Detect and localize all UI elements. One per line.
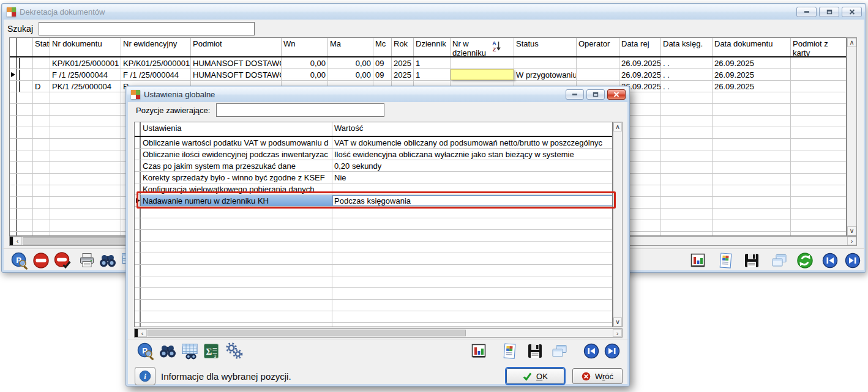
column-header-13[interactable]: Data rej xyxy=(619,38,661,56)
block-icon[interactable] xyxy=(32,251,50,270)
column-header-11[interactable]: Status xyxy=(514,38,577,56)
zoom-p-icon[interactable]: P xyxy=(10,251,29,270)
cell-podmiot-z-karty[interactable] xyxy=(791,81,847,92)
cell-nr-ewidencyjny[interactable]: KP/K01/25/000001 xyxy=(121,57,191,68)
table-row[interactable]: KP/K01/25/000001KP/K01/25/000001HUMANSOF… xyxy=(10,57,846,69)
cell-nr-ewidencyjny[interactable]: F /1 /25/000044 xyxy=(121,69,191,80)
setting-value-cell[interactable]: Podczas księgowania xyxy=(332,195,613,206)
column-header-wartosc[interactable]: Wartość xyxy=(332,122,613,136)
table-row[interactable]: F /1 /25/000044F /1 /25/000044HUMANSOFT … xyxy=(10,69,846,81)
windows-icon[interactable] xyxy=(550,342,569,360)
cell-rok[interactable]: 2025 xyxy=(392,69,414,80)
report-icon[interactable] xyxy=(716,251,735,270)
windows-icon[interactable] xyxy=(770,251,788,270)
column-header-15[interactable]: Data dokumentu xyxy=(713,38,791,56)
cell-podmiot-z-karty[interactable] xyxy=(791,69,847,80)
refresh-icon[interactable] xyxy=(796,251,814,270)
print-icon[interactable] xyxy=(78,251,96,270)
dialog-titlebar[interactable]: Ustawienia globalne xyxy=(127,87,629,102)
record-selector[interactable] xyxy=(135,137,141,148)
record-selector[interactable] xyxy=(135,149,141,160)
column-header-5[interactable]: Wn xyxy=(282,38,328,56)
setting-value-cell[interactable] xyxy=(332,183,613,194)
cell-status[interactable] xyxy=(514,57,577,68)
cell-ma[interactable]: 0,00 xyxy=(328,57,373,68)
back-button[interactable]: Wróć xyxy=(572,368,623,384)
settings-row[interactable]: Czas po jakim system ma przeszukać dane0… xyxy=(135,160,612,172)
record-selector[interactable] xyxy=(10,81,17,92)
column-header-ustawienia[interactable]: Ustawienia xyxy=(141,122,332,136)
scroll-right-button[interactable]: › xyxy=(847,237,856,245)
minimize-button[interactable] xyxy=(796,7,817,17)
settings-row[interactable]: Konfiguracja wielowątkowego pobierania d… xyxy=(135,183,612,195)
setting-name-cell[interactable]: Konfiguracja wielowątkowego pobierania d… xyxy=(141,183,332,194)
row-checkbox[interactable] xyxy=(19,70,20,80)
minimize-button[interactable] xyxy=(566,89,584,100)
cell-mc[interactable]: 09 xyxy=(373,57,392,68)
binoculars-icon[interactable] xyxy=(159,342,177,360)
restore-button[interactable] xyxy=(586,89,605,100)
cell-nr-dokumentu[interactable]: KP/K01/25/000001 xyxy=(50,57,121,68)
record-selector[interactable] xyxy=(135,160,141,171)
grid-binoculars-icon[interactable] xyxy=(181,342,199,360)
first-icon[interactable] xyxy=(821,251,839,270)
last-icon[interactable] xyxy=(603,342,621,360)
gears-icon[interactable] xyxy=(225,342,244,360)
checkbox-cell[interactable] xyxy=(17,57,33,68)
scroll-right-button[interactable]: › xyxy=(613,329,622,337)
cell-status[interactable]: D xyxy=(33,81,50,92)
cell-ma[interactable]: 0,00 xyxy=(328,69,373,80)
scroll-down-button[interactable]: ∨ xyxy=(613,317,622,327)
checkbox-cell[interactable] xyxy=(17,81,33,92)
chart-icon[interactable] xyxy=(470,342,488,360)
report-icon[interactable] xyxy=(500,342,518,360)
save-icon[interactable] xyxy=(526,342,544,360)
column-header-10[interactable]: Nr w dziennikuAZ xyxy=(451,38,514,56)
record-selector[interactable] xyxy=(10,57,17,68)
first-icon[interactable] xyxy=(582,342,600,360)
record-selector[interactable] xyxy=(135,195,141,206)
cell-status[interactable]: W przygotowaniu xyxy=(514,69,577,80)
scrollbar-thumb[interactable] xyxy=(148,330,466,336)
cell-dziennik[interactable]: 1 xyxy=(414,57,451,68)
column-header-4[interactable]: Podmiot xyxy=(191,38,282,56)
main-titlebar[interactable]: Dekretacja dokumentów xyxy=(2,4,865,20)
cell-rok[interactable]: 2025 xyxy=(392,57,414,68)
ok-button[interactable]: OK xyxy=(506,368,564,384)
cell-data-dokumentu[interactable]: 26.09.2025 xyxy=(713,57,791,68)
cell-status[interactable] xyxy=(33,69,50,80)
settings-row[interactable]: Obliczanie wartości podatku VAT w podsum… xyxy=(135,137,612,149)
cell-data-ksi-g-[interactable]: . . xyxy=(661,81,713,92)
cell-podmiot-z-karty[interactable] xyxy=(791,57,847,68)
cell-data-ksi-g-[interactable]: . . xyxy=(661,57,713,68)
record-selector[interactable] xyxy=(135,172,141,183)
column-header-7[interactable]: Mc xyxy=(373,38,392,56)
settings-row[interactable]: Obliczanie ilości ewidencyjnej podczas i… xyxy=(135,149,612,160)
cell-status[interactable] xyxy=(33,57,50,68)
setting-value-cell[interactable]: VAT w dokumencie obliczany od podsumowań… xyxy=(332,137,613,148)
column-header-16[interactable]: Podmiot z karty xyxy=(791,38,847,56)
record-selector[interactable] xyxy=(10,69,17,80)
row-checkbox[interactable] xyxy=(19,58,20,68)
setting-name-cell[interactable]: Obliczanie wartości podatku VAT w podsum… xyxy=(141,137,332,148)
cell-data-rej[interactable]: 26.09.2025 xyxy=(619,69,661,80)
cell-data-dokumentu[interactable]: 26.09.2025 xyxy=(713,69,791,80)
column-header-12[interactable]: Operator xyxy=(577,38,619,56)
sigma-icon[interactable]: Σ3 xyxy=(202,342,220,360)
setting-value-cell[interactable]: Ilość ewidencyjna obliczana wyłacznie ja… xyxy=(332,149,613,160)
last-icon[interactable] xyxy=(844,251,862,270)
setting-name-cell[interactable]: Obliczanie ilości ewidencyjnej podczas i… xyxy=(141,149,332,160)
cell-wn[interactable]: 0,00 xyxy=(282,69,328,80)
cell-wn[interactable]: 0,00 xyxy=(282,57,328,68)
setting-value-cell[interactable]: Nie xyxy=(332,172,613,183)
setting-name-cell[interactable]: Czas po jakim system ma przeszukać dane xyxy=(141,160,332,171)
settings-row[interactable]: Korekty sprzedaży było - winno być zgodn… xyxy=(135,172,612,183)
column-header-14[interactable]: Data księg. xyxy=(661,38,713,56)
block-check-icon[interactable] xyxy=(53,251,72,270)
restore-button[interactable] xyxy=(819,7,839,17)
settings-row[interactable]: Nadawanie numeru w dzienniku KHPodczas k… xyxy=(135,195,612,207)
scroll-up-button[interactable]: ∧ xyxy=(613,122,622,131)
cell-nr-dokumentu[interactable]: PK/1 /25/000004 xyxy=(50,81,121,92)
checkbox-cell[interactable] xyxy=(17,69,33,80)
setting-value-cell[interactable]: 0,20 sekundy xyxy=(332,160,613,171)
